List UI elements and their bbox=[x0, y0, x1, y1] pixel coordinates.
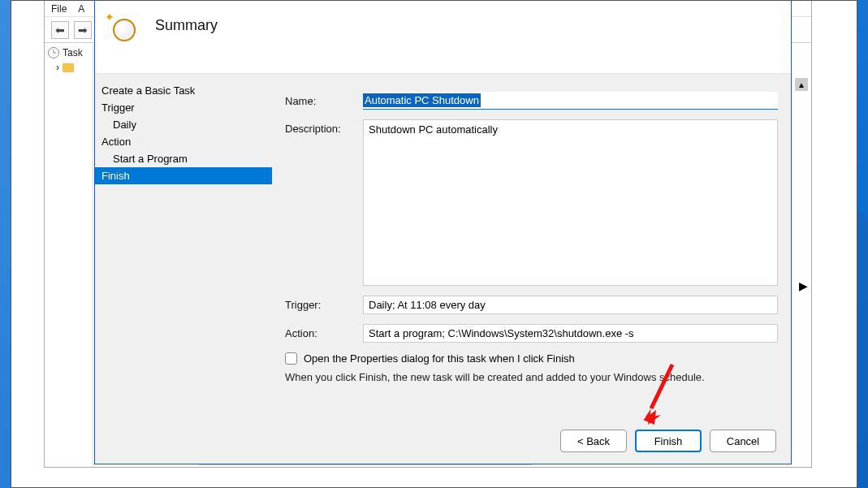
sparkle-icon: ✦ bbox=[105, 11, 114, 24]
scroll-right-icon[interactable]: ▶ bbox=[799, 279, 808, 292]
wizard-icon: ✦ bbox=[108, 14, 136, 41]
row-name: Name: Automatic PC Shutdown bbox=[285, 92, 778, 110]
wizard-body: Create a Basic Task Trigger Daily Action… bbox=[95, 74, 791, 464]
step-finish[interactable]: Finish bbox=[95, 167, 272, 184]
label-name: Name: bbox=[285, 92, 363, 107]
menu-file[interactable]: File bbox=[51, 3, 67, 15]
expand-chevron-icon: › bbox=[56, 62, 59, 73]
open-properties-checkbox[interactable] bbox=[285, 352, 297, 365]
back-button[interactable]: < Back bbox=[560, 430, 627, 452]
wizard-title: Summary bbox=[155, 14, 218, 34]
clock-icon bbox=[48, 47, 59, 58]
name-value-selected: Automatic PC Shutdown bbox=[363, 93, 481, 107]
nav-back-button[interactable]: ⬅ bbox=[51, 21, 69, 39]
scroll-up-button[interactable]: ▲ bbox=[795, 78, 808, 91]
description-input[interactable]: Shutdown PC automatically bbox=[363, 119, 778, 286]
step-start-program[interactable]: Start a Program bbox=[95, 150, 272, 167]
nav-forward-button[interactable]: ➡ bbox=[74, 21, 92, 39]
outer-app-frame: File A ⬅ ➡ Task › ▲ ▶ bbox=[11, 0, 857, 488]
step-create-basic-task[interactable]: Create a Basic Task bbox=[95, 82, 272, 99]
svg-marker-1 bbox=[645, 408, 661, 425]
menu-action[interactable]: A bbox=[78, 3, 84, 15]
wizard-step-nav: Create a Basic Task Trigger Daily Action… bbox=[95, 74, 272, 464]
row-description: Description: Shutdown PC automatically bbox=[285, 119, 778, 286]
folder-icon bbox=[63, 63, 74, 72]
wizard-header: ✦ Summary bbox=[95, 1, 791, 74]
trigger-value[interactable]: Daily; At 11:08 every day bbox=[363, 296, 778, 314]
cancel-button[interactable]: Cancel bbox=[710, 430, 776, 452]
label-action: Action: bbox=[285, 324, 363, 339]
wizard-button-row: < Back Finish Cancel bbox=[560, 430, 776, 452]
label-trigger: Trigger: bbox=[285, 296, 363, 311]
step-action[interactable]: Action bbox=[95, 133, 272, 150]
tree-root-label: Task bbox=[63, 47, 83, 58]
finish-button[interactable]: Finish bbox=[635, 430, 702, 452]
row-trigger: Trigger: Daily; At 11:08 every day bbox=[285, 296, 778, 314]
svg-marker-2 bbox=[643, 410, 656, 425]
create-basic-task-wizard: ✦ Summary Create a Basic Task Trigger Da… bbox=[94, 1, 792, 464]
wizard-form: Name: Automatic PC Shutdown Description:… bbox=[272, 74, 791, 464]
action-value[interactable]: Start a program; C:\Windows\System32\shu… bbox=[363, 324, 778, 343]
name-input[interactable]: Automatic PC Shutdown bbox=[363, 92, 778, 110]
label-description: Description: bbox=[285, 119, 363, 135]
step-daily[interactable]: Daily bbox=[95, 116, 272, 133]
open-properties-label: Open the Properties dialog for this task… bbox=[304, 352, 575, 365]
open-properties-row: Open the Properties dialog for this task… bbox=[285, 352, 778, 365]
tree-child-item[interactable]: › bbox=[45, 60, 93, 75]
clock-icon bbox=[113, 19, 136, 41]
tree-panel: Task › bbox=[45, 44, 93, 466]
step-trigger[interactable]: Trigger bbox=[95, 99, 272, 116]
tree-root-item[interactable]: Task bbox=[45, 45, 93, 60]
row-action: Action: Start a program; C:\Windows\Syst… bbox=[285, 324, 778, 343]
finish-info-text: When you click Finish, the new task will… bbox=[285, 371, 778, 383]
